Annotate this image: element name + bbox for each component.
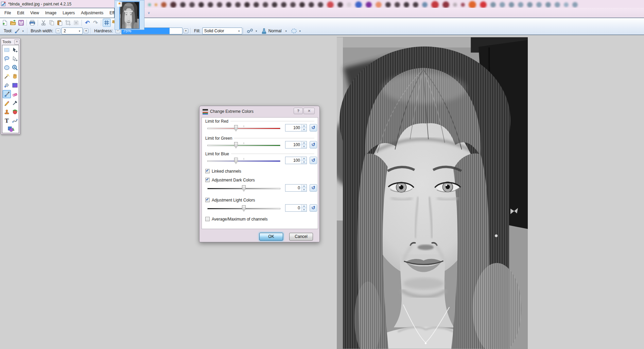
adjustment-dark-spinner[interactable]: ▲▼	[301, 185, 307, 191]
limit-blue-thumb[interactable]	[234, 158, 238, 164]
limit-blue-reset-button[interactable]: ↺	[310, 157, 317, 164]
open-button[interactable]	[9, 19, 17, 27]
tool-pan[interactable]	[11, 72, 19, 81]
adjustment-light-thumb[interactable]	[242, 205, 246, 212]
menu-view[interactable]: View	[27, 10, 42, 16]
adjustment-dark-reset-button[interactable]: ↺	[310, 184, 317, 192]
cancel-button[interactable]: Cancel	[289, 233, 313, 241]
print-button[interactable]	[28, 19, 36, 27]
adjustment-dark-checkbox[interactable]	[205, 178, 210, 182]
adjustment-dark-label[interactable]: Adjustment Dark Colors	[212, 178, 255, 182]
grid-toggle-button[interactable]	[103, 19, 111, 27]
tool-zoom[interactable]	[11, 64, 19, 72]
brush-width-decrease-button[interactable]: −	[56, 29, 60, 33]
selection-mode-caret[interactable]: ▼	[297, 30, 303, 32]
antialiasing-icon[interactable]	[247, 29, 254, 33]
tools-palette-titlebar[interactable]: Tools ✕	[1, 38, 20, 45]
limit-green-thumb[interactable]	[234, 142, 238, 149]
tool-magic-wand[interactable]	[3, 72, 11, 81]
tool-pencil[interactable]	[3, 99, 11, 107]
limit-red-slider[interactable]	[207, 124, 280, 133]
blend-mode-caret[interactable]: ▼	[283, 30, 289, 32]
new-image-button[interactable]	[1, 19, 9, 27]
tool-line-curve[interactable]	[11, 117, 19, 125]
fill-combo[interactable]: Solid Color ▼	[202, 28, 242, 34]
limit-green-reset-button[interactable]: ↺	[310, 141, 317, 149]
spin-up-icon[interactable]: ▲	[301, 157, 307, 160]
tools-palette-window[interactable]: Tools ✕	[1, 38, 20, 135]
limit-red-track[interactable]	[207, 128, 280, 129]
limit-blue-spinner[interactable]: ▲▼	[301, 157, 307, 164]
spin-down-icon[interactable]: ▼	[301, 128, 307, 132]
spin-up-icon[interactable]: ▲	[301, 205, 307, 208]
spin-down-icon[interactable]: ▼	[301, 160, 307, 164]
adjustment-light-spinner[interactable]: ▲▼	[301, 205, 307, 211]
image-list-chevron-icon[interactable]: ∨	[146, 11, 152, 15]
tool-move-selected-pixels[interactable]	[11, 46, 19, 54]
tool-ellipse-select[interactable]	[3, 64, 11, 72]
tool-color-picker[interactable]	[11, 99, 19, 107]
change-extreme-colors-dialog[interactable]: Change Extreme Colors ? ✕ Limit for Red …	[199, 106, 320, 242]
canvas-image-portrait[interactable]	[337, 37, 528, 349]
limit-blue-slider[interactable]	[207, 157, 280, 165]
brush-width-increase-button[interactable]: +	[84, 29, 88, 33]
save-button[interactable]	[17, 19, 25, 27]
tool-shapes[interactable]	[7, 125, 15, 133]
limit-blue-track[interactable]	[207, 160, 280, 162]
adjustment-light-reset-button[interactable]: ↺	[310, 204, 317, 212]
tool-dropdown-caret[interactable]: ▼	[20, 30, 26, 32]
tools-palette-close-icon[interactable]: ✕	[14, 39, 19, 45]
tool-gradient[interactable]	[11, 81, 19, 89]
adjustment-light-checkbox[interactable]	[205, 198, 210, 202]
adjustment-light-slider[interactable]	[207, 205, 280, 213]
menu-adjustments[interactable]: Adjustments	[78, 10, 106, 16]
spin-down-icon[interactable]: ▼	[301, 208, 307, 212]
spin-down-icon[interactable]: ▼	[301, 145, 307, 149]
image-tab-active[interactable]: *	[119, 1, 140, 29]
tool-recolor[interactable]	[11, 108, 19, 116]
adjustment-light-label[interactable]: Adjustment Light Colors	[212, 198, 255, 203]
adjustment-dark-slider[interactable]	[207, 185, 280, 193]
tool-rectangle-select[interactable]	[3, 46, 11, 54]
blend-mode-value[interactable]: Normal	[268, 29, 282, 33]
tool-move-selection[interactable]	[11, 55, 19, 63]
selection-mode-icon[interactable]	[291, 28, 297, 34]
linked-channels-label[interactable]: Linked channels	[212, 169, 241, 174]
tool-paint-bucket[interactable]	[3, 81, 11, 89]
linked-channels-checkbox[interactable]	[205, 169, 210, 173]
spin-up-icon[interactable]: ▲	[301, 185, 307, 188]
spin-up-icon[interactable]: ▲	[301, 124, 307, 128]
menu-image[interactable]: Image	[42, 10, 59, 16]
hardness-increase-button[interactable]: +	[184, 29, 188, 33]
adjustment-dark-thumb[interactable]	[242, 185, 246, 192]
paste-button[interactable]	[56, 19, 64, 27]
average-maximum-label[interactable]: Average/Maximum of channels	[212, 217, 268, 222]
limit-red-numbox[interactable]: 100 ▲▼	[285, 124, 307, 132]
average-maximum-checkbox[interactable]	[205, 217, 210, 221]
limit-red-thumb[interactable]	[234, 125, 238, 132]
redo-button[interactable]: ↷	[91, 19, 100, 27]
tool-lasso-select[interactable]	[3, 55, 11, 63]
dialog-close-button[interactable]: ✕	[303, 108, 315, 114]
tool-text[interactable]: T	[3, 117, 11, 125]
limit-green-slider[interactable]	[207, 141, 280, 150]
tool-eraser[interactable]	[11, 90, 19, 98]
copy-button[interactable]	[48, 19, 56, 27]
dialog-help-button[interactable]: ?	[294, 108, 303, 114]
brush-width-combo[interactable]: 2 ▼	[62, 28, 83, 34]
spin-up-icon[interactable]: ▲	[301, 141, 307, 145]
menu-edit[interactable]: Edit	[14, 10, 27, 16]
tool-paintbrush[interactable]	[3, 90, 11, 98]
menu-layers[interactable]: Layers	[59, 10, 78, 16]
canvas-background[interactable]	[0, 35, 644, 349]
spin-down-icon[interactable]: ▼	[301, 188, 307, 192]
cut-button[interactable]	[39, 19, 48, 27]
menu-file[interactable]: File	[1, 10, 14, 16]
limit-red-reset-button[interactable]: ↺	[310, 124, 317, 132]
adjustment-light-numbox[interactable]: 0 ▲▼	[285, 204, 307, 212]
deselect-button[interactable]	[72, 19, 80, 27]
dialog-titlebar[interactable]: Change Extreme Colors ? ✕	[199, 106, 319, 117]
crop-button[interactable]	[64, 19, 72, 27]
antialiasing-caret[interactable]: ▼	[254, 30, 259, 32]
tool-clone-stamp[interactable]	[3, 108, 11, 116]
